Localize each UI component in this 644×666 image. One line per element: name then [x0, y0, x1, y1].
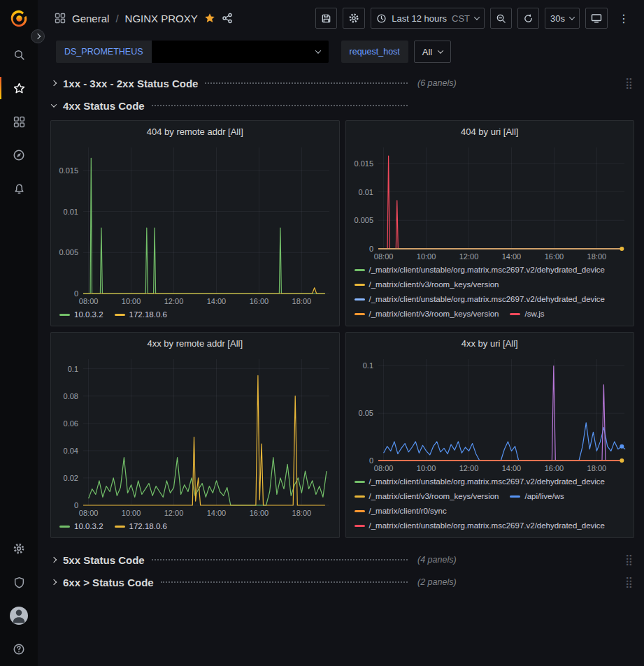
adhoc-filter-value-select[interactable]: All [414, 41, 451, 63]
datasource-select[interactable] [152, 41, 329, 63]
svg-text:0.015: 0.015 [354, 159, 373, 168]
svg-text:08:00: 08:00 [373, 464, 393, 472]
clock-icon [376, 13, 387, 24]
favorite-star-icon[interactable] [204, 13, 215, 24]
sidebar-item-help[interactable] [0, 632, 38, 666]
time-series-chart[interactable]: 08:0010:0012:0014:0016:0018:0000.020.040… [51, 354, 339, 519]
sidebar-item-profile[interactable] [0, 599, 38, 632]
legend-series-color [355, 525, 365, 527]
sidebar-item-alerting[interactable] [0, 172, 38, 205]
legend-series-label: /api/live/ws [524, 489, 564, 504]
row-leader-dots [152, 556, 408, 560]
chevron-down-icon [474, 14, 480, 20]
row-drag-handle[interactable]: ⣿ [625, 77, 634, 89]
legend-series-color [355, 313, 365, 315]
panel-title[interactable]: 4xx by remote addr [All] [51, 333, 339, 354]
datasource-variable: DS_PROMETHEUS [56, 41, 329, 63]
sidebar-item-server-admin[interactable] [0, 565, 38, 599]
legend-item[interactable]: 172.18.0.6 [115, 519, 167, 534]
row-header-5xx[interactable]: 5xx Status Code (4 panels) ⣿ [50, 549, 634, 570]
row-header-6xx[interactable]: 6xx > Status Code (2 panels) ⣿ [50, 572, 634, 593]
breadcrumb: General / NGINX PROXY [55, 13, 233, 24]
legend-series-label: /_matrix/client/v3/room_keys/version [369, 277, 499, 292]
svg-text:0.01: 0.01 [358, 188, 373, 196]
svg-text:16:00: 16:00 [250, 509, 269, 517]
header-controls: Last 12 hours CST 30s ⋮ [315, 8, 634, 29]
legend-item[interactable]: /_matrix/client/v3/room_keys/version [355, 277, 499, 292]
legend-series-label: 172.18.0.6 [129, 307, 167, 322]
svg-text:0: 0 [368, 456, 373, 465]
adhoc-filter: request_host All [341, 41, 452, 63]
legend-series-label: /_matrix/client/unstable/org.matrix.msc2… [369, 475, 606, 489]
legend-item[interactable]: /_matrix/client/v3/room_keys/version [355, 307, 499, 321]
legend-series-color [510, 313, 520, 315]
sidebar-item-search[interactable] [0, 38, 38, 71]
legend-item[interactable]: 10.0.3.2 [59, 307, 103, 322]
person-icon [10, 607, 28, 625]
refresh-button[interactable] [517, 8, 539, 29]
legend-item[interactable]: /_matrix/client/r0/sync [355, 504, 447, 519]
legend-series-color [115, 526, 125, 528]
svg-text:0.005: 0.005 [354, 216, 373, 224]
sidebar-item-explore[interactable] [0, 138, 38, 172]
row-drag-handle[interactable]: ⣿ [625, 553, 634, 566]
compass-icon [13, 149, 25, 161]
panel-title[interactable]: 404 by uri [All] [346, 121, 634, 142]
legend-item[interactable]: /_matrix/client/unstable/org.matrix.msc2… [355, 475, 606, 489]
avatar [10, 607, 28, 625]
time-series-chart[interactable]: 08:0010:0012:0014:0016:0018:0000.0050.01… [346, 142, 634, 263]
timezone-label: CST [452, 13, 470, 24]
row-title-wrap: 1xx - 3xx - 2xx Status Code [56, 78, 409, 89]
panel-title[interactable]: 404 by remote addr [All] [51, 121, 339, 142]
row-header-1xx-3xx-2xx[interactable]: 1xx - 3xx - 2xx Status Code (6 panels) ⣿ [50, 73, 634, 94]
tv-mode-button[interactable] [585, 8, 608, 29]
chart-legend: 10.0.3.2172.18.0.6 [51, 307, 339, 326]
time-series-chart[interactable]: 08:0010:0012:0014:0016:0018:0000.050.1 [346, 354, 634, 475]
time-range-picker[interactable]: Last 12 hours CST [371, 8, 485, 29]
row-drag-handle[interactable]: ⣿ [625, 576, 634, 588]
breadcrumb-section[interactable]: General [72, 13, 109, 24]
adhoc-filter-key[interactable]: request_host [341, 41, 408, 63]
sidebar-item-configuration[interactable] [0, 532, 38, 565]
legend-item[interactable]: /_matrix/client/v3/room_keys/version [355, 489, 499, 504]
refresh-interval-select[interactable]: 30s [545, 8, 580, 29]
legend-item[interactable]: /_matrix/client/unstable/org.matrix.msc2… [355, 292, 606, 307]
legend-item[interactable]: /_matrix/client/unstable/org.matrix.msc2… [355, 519, 606, 533]
dashboard-settings-button[interactable] [343, 8, 365, 29]
legend-item[interactable]: /sw.js [510, 307, 544, 321]
zoom-out-button[interactable] [490, 8, 512, 29]
save-icon [321, 13, 331, 24]
legend-series-label: /_matrix/client/v3/room_keys/version [369, 489, 499, 504]
row-title: 6xx > Status Code [63, 577, 154, 588]
svg-text:14:00: 14:00 [501, 252, 521, 261]
search-icon [13, 49, 25, 61]
legend-item[interactable]: /api/live/ws [510, 489, 564, 504]
svg-text:10:00: 10:00 [122, 509, 141, 517]
sidebar-item-favorites[interactable] [0, 71, 38, 105]
svg-text:18:00: 18:00 [292, 509, 312, 517]
time-range-label: Last 12 hours [392, 13, 447, 24]
svg-text:0.1: 0.1 [68, 365, 78, 373]
legend-item[interactable]: 172.18.0.6 [115, 307, 167, 322]
more-options-button[interactable]: ⋮ [613, 8, 634, 29]
row-header-4xx[interactable]: 4xx Status Code [50, 95, 634, 116]
save-dashboard-button[interactable] [315, 8, 337, 29]
row-title-wrap: 6xx > Status Code [56, 577, 409, 588]
svg-text:0.015: 0.015 [59, 166, 78, 175]
datasource-variable-label[interactable]: DS_PROMETHEUS [56, 41, 152, 63]
row-title-wrap: 5xx Status Code [56, 554, 409, 566]
time-series-chart[interactable]: 08:0010:0012:0014:0016:0018:0000.0050.01… [51, 142, 339, 307]
monitor-icon [591, 13, 602, 24]
share-icon[interactable] [222, 13, 233, 24]
panel-title[interactable]: 4xx by uri [All] [346, 333, 634, 354]
sidebar-item-dashboards[interactable] [0, 105, 38, 138]
svg-text:08:00: 08:00 [373, 252, 393, 261]
svg-text:12:00: 12:00 [459, 464, 478, 472]
legend-item[interactable]: /_matrix/client/unstable/org.matrix.msc2… [355, 263, 606, 277]
svg-text:16:00: 16:00 [544, 464, 564, 472]
sidebar-expand-toggle[interactable] [31, 29, 45, 43]
panel-grid-4xx: 404 by remote addr [All] 08:0010:0012:00… [50, 120, 634, 538]
svg-text:0.04: 0.04 [64, 447, 78, 455]
legend-item[interactable]: 10.0.3.2 [59, 519, 103, 534]
breadcrumb-dashboard-title[interactable]: NGINX PROXY [125, 13, 198, 24]
